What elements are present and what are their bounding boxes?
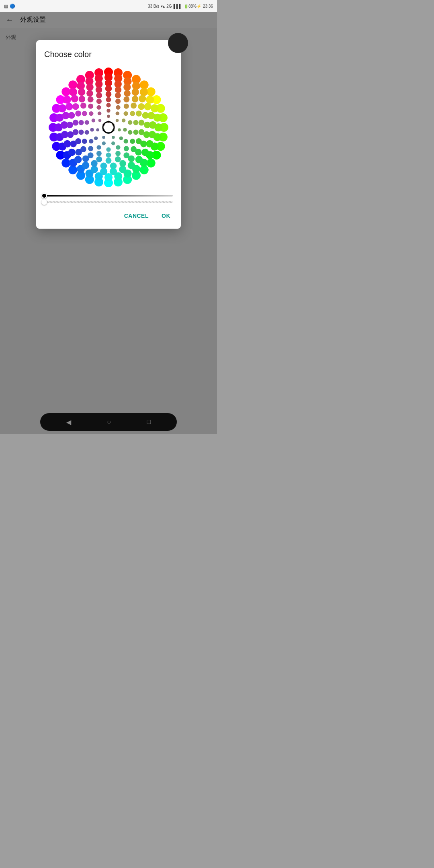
left-status-icons: ▤ 🔵 bbox=[4, 4, 15, 9]
alpha-slider-row bbox=[44, 201, 173, 203]
dialog-title: Choose color bbox=[44, 50, 173, 59]
cancel-button[interactable]: CANCEL bbox=[122, 209, 151, 222]
color-picker-dialog: Choose color CANCE bbox=[36, 40, 181, 229]
app-icon-2: 🔵 bbox=[10, 4, 15, 9]
alpha-thumb[interactable] bbox=[41, 199, 47, 205]
dialog-overlay: Choose color CANCE bbox=[0, 12, 217, 434]
network-speed: 33 B/s bbox=[148, 4, 159, 8]
signal-bars-icon: ▌▌▌ bbox=[174, 4, 182, 8]
dialog-decoration bbox=[168, 33, 188, 53]
app-icon-1: ▤ bbox=[4, 4, 8, 9]
brightness-thumb[interactable] bbox=[41, 193, 47, 199]
brightness-slider-row bbox=[44, 195, 173, 197]
dialog-buttons: CANCEL OK bbox=[44, 209, 173, 222]
brightness-track[interactable] bbox=[44, 195, 173, 197]
clock: 23:36 bbox=[203, 4, 213, 8]
alpha-track[interactable] bbox=[44, 201, 173, 203]
battery-icon: 🔋88%⚡ bbox=[184, 4, 201, 8]
wifi-icon: ▾▴ bbox=[161, 4, 165, 8]
signal-2g: 2G bbox=[166, 4, 172, 8]
ok-button[interactable]: OK bbox=[159, 209, 173, 222]
slider-section bbox=[44, 195, 173, 203]
status-bar: ▤ 🔵 33 B/s ▾▴ 2G ▌▌▌ 🔋88%⚡ 23:36 bbox=[0, 0, 217, 12]
color-wheel[interactable] bbox=[48, 67, 169, 188]
color-wheel-container[interactable] bbox=[44, 67, 173, 188]
right-status-info: 33 B/s ▾▴ 2G ▌▌▌ 🔋88%⚡ 23:36 bbox=[148, 4, 213, 8]
background-app: ← 外观设置 外观 Choose color bbox=[0, 12, 217, 434]
